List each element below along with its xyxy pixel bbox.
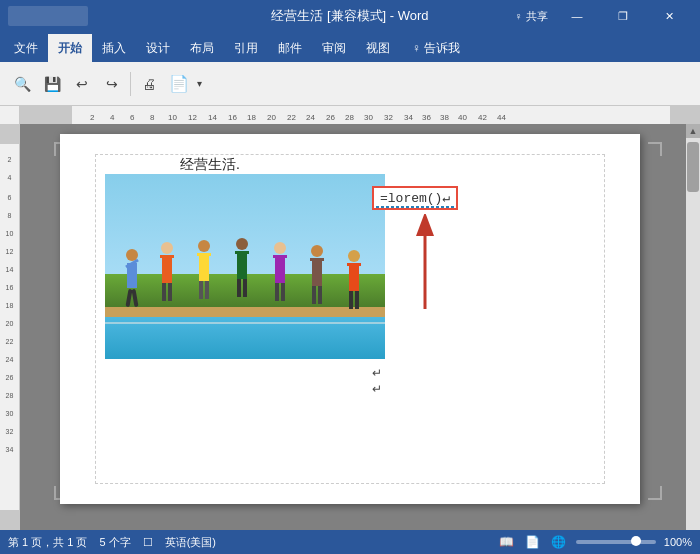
person-2 xyxy=(160,242,174,301)
v-ruler-area: 2 4 6 8 10 12 14 16 18 20 22 24 26 28 30… xyxy=(0,144,19,510)
title-bar: 经营生活 [兼容模式] - Word ♀ 共享 — ❐ ✕ xyxy=(0,0,700,32)
ruler-h: 2 4 6 8 10 12 14 16 18 20 22 24 26 28 30… xyxy=(20,106,700,124)
vertical-scrollbar[interactable]: ▲ xyxy=(686,124,700,530)
tab-review[interactable]: 审阅 xyxy=(312,34,356,62)
print-layout-button[interactable]: 📄 xyxy=(524,533,542,551)
share-button[interactable]: ♀ 共享 xyxy=(508,0,554,32)
horizontal-ruler: 2 4 6 8 10 12 14 16 18 20 22 24 26 28 30… xyxy=(0,106,700,124)
zoom-thumb[interactable] xyxy=(631,536,641,546)
person-6 xyxy=(310,245,324,304)
undo-icon[interactable]: ↩ xyxy=(68,70,96,98)
title-left xyxy=(8,6,88,26)
vertical-ruler: 2 4 6 8 10 12 14 16 18 20 22 24 26 28 30… xyxy=(0,124,20,530)
title-text: 经营生活 [兼容模式] - Word xyxy=(271,7,428,25)
paragraph-mark-2: ↵ xyxy=(372,382,382,396)
corner-tr xyxy=(648,142,662,156)
person-1 xyxy=(125,249,139,307)
lorem-text: =lorem()↵ xyxy=(380,191,450,206)
scroll-up-button[interactable]: ▲ xyxy=(686,124,700,138)
search-doc-icon[interactable]: 🔍 xyxy=(8,70,36,98)
print-icon[interactable]: 🖨 xyxy=(135,70,163,98)
page-count: 第 1 页，共 1 页 xyxy=(8,535,87,550)
redo-icon[interactable]: ↪ xyxy=(98,70,126,98)
arrow-annotation xyxy=(390,214,460,314)
document-page: 经营生活. xyxy=(60,134,640,504)
tell-me-input[interactable]: ♀ 告诉我 xyxy=(404,34,468,62)
toolbar-sep xyxy=(130,72,131,96)
zoom-level: 100% xyxy=(664,536,692,548)
document-scroll-area[interactable]: 经营生活. xyxy=(20,124,686,530)
language: 英语(美国) xyxy=(165,535,216,550)
person-4 xyxy=(235,238,249,297)
ruler-area: 2 4 6 8 10 12 14 16 18 20 22 24 26 28 30… xyxy=(72,106,670,124)
window-controls: ♀ 共享 — ❐ ✕ xyxy=(508,0,692,32)
pool-edge xyxy=(105,322,385,324)
toolbar: 🔍 💾 ↩ ↪ 🖨 📄 ▾ xyxy=(0,62,700,106)
status-right: 📖 📄 🌐 100% xyxy=(498,533,692,551)
tab-mailing[interactable]: 邮件 xyxy=(268,34,312,62)
tab-file[interactable]: 文件 xyxy=(4,34,48,62)
tab-view[interactable]: 视图 xyxy=(356,34,400,62)
left-margin xyxy=(20,106,72,124)
close-button[interactable]: ✕ xyxy=(646,0,692,32)
corner-br xyxy=(648,486,662,500)
person-3 xyxy=(197,240,211,299)
status-bar: 第 1 页，共 1 页 5 个字 ☐ 英语(美国) 📖 📄 🌐 100% xyxy=(0,530,700,554)
lorem-underline xyxy=(376,206,454,208)
tab-home[interactable]: 开始 xyxy=(48,34,92,62)
tab-layout[interactable]: 布局 xyxy=(180,34,224,62)
zoom-slider[interactable] xyxy=(576,540,656,544)
right-margin xyxy=(670,106,700,124)
ruler-corner xyxy=(0,106,20,124)
save-icon[interactable]: 💾 xyxy=(38,70,66,98)
quick-access-toolbar: 🔍 💾 ↩ ↪ 🖨 📄 ▾ xyxy=(8,70,204,98)
tab-references[interactable]: 引用 xyxy=(224,34,268,62)
ribbon-tabs: 文件 开始 插入 设计 布局 引用 邮件 审阅 视图 ♀ 告诉我 xyxy=(0,32,700,62)
lorem-formula-box: =lorem()↵ xyxy=(372,186,458,210)
tab-insert[interactable]: 插入 xyxy=(92,34,136,62)
customize-button[interactable]: ▾ xyxy=(195,76,204,91)
paragraph-mark-1: ↵ xyxy=(372,366,382,380)
proofing-icon: ☐ xyxy=(143,536,153,549)
person-5 xyxy=(273,242,287,301)
web-view-button[interactable]: 🌐 xyxy=(550,533,568,551)
v-margin-top xyxy=(0,124,19,144)
minimize-button[interactable]: — xyxy=(554,0,600,32)
read-view-button[interactable]: 📖 xyxy=(498,533,516,551)
person-7 xyxy=(347,250,361,309)
doc-title: 经营生活. xyxy=(180,156,240,174)
word-count: 5 个字 xyxy=(99,535,130,550)
tab-design[interactable]: 设计 xyxy=(136,34,180,62)
account-area xyxy=(8,6,88,26)
doc-icon[interactable]: 📄 xyxy=(165,70,193,98)
main-area: 2 4 6 8 10 12 14 16 18 20 22 24 26 28 30… xyxy=(0,124,700,530)
scroll-thumb[interactable] xyxy=(687,142,699,192)
doc-image xyxy=(105,174,385,359)
page-container: 经营生活. xyxy=(24,134,676,504)
restore-button[interactable]: ❐ xyxy=(600,0,646,32)
